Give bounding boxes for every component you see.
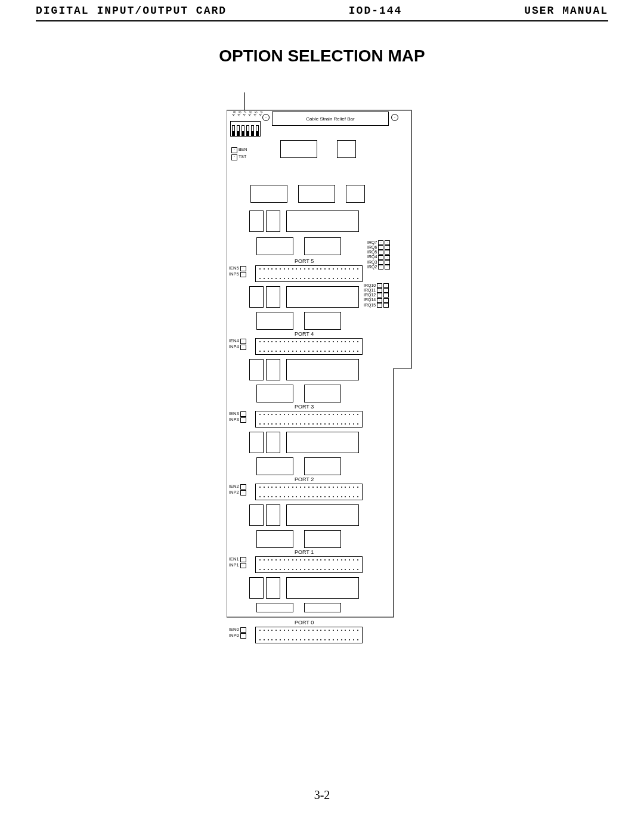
header-center: IOD-144 [349, 5, 402, 17]
ic-square [249, 432, 264, 453]
ic-rect [280, 140, 317, 158]
port-4-ien-inp: IEN4· INP4· [229, 338, 246, 350]
ic-wide [286, 432, 359, 453]
ic-square [266, 286, 280, 308]
port-0-header [255, 627, 363, 643]
port-4-header [255, 338, 363, 355]
ic-square [266, 359, 280, 380]
port-0-label: PORT 0 [295, 620, 314, 625]
screw-icon: ◦ [391, 114, 398, 121]
ic-rect [304, 530, 341, 548]
ic-square [249, 359, 264, 380]
port-5-ien-inp: IEN5· INP5· [229, 265, 246, 277]
cable-strain-relief-bar: Cable Strain Relief Bar [272, 112, 389, 126]
jumper-ben: · [231, 147, 237, 153]
port-2-ien-inp: IEN2· INP2· [229, 484, 246, 496]
ic-rect [304, 457, 341, 475]
ic-rect [256, 312, 293, 330]
ic-rect [337, 140, 356, 158]
ic-square [249, 504, 264, 526]
ic-wide [286, 504, 359, 526]
strain-relief-label: Cable Strain Relief Bar [306, 116, 354, 122]
header-right: USER MANUAL [524, 5, 608, 17]
port-3-header [255, 411, 363, 428]
address-dip-switch [230, 121, 261, 137]
port-1-label: PORT 1 [295, 549, 314, 555]
header-rule [36, 20, 608, 21]
port-1-ien-inp: IEN1· INP1· [229, 556, 246, 568]
port-0-ien-inp: IEN0· INP0· [229, 627, 246, 639]
page: DIGITAL INPUT/OUTPUT CARD IOD-144 USER M… [0, 0, 644, 833]
ic-square [266, 504, 280, 526]
port-3-ien-inp: IEN3· INP3· [229, 411, 246, 423]
ic-rect [256, 237, 293, 255]
ic-rect [304, 603, 341, 612]
ic-rect [256, 385, 293, 402]
port-1-header [255, 556, 363, 573]
ic-rect [256, 457, 293, 475]
ic-wide [286, 359, 359, 380]
ic-square [266, 210, 280, 232]
ic-rect [304, 237, 341, 255]
ic-rect [256, 603, 293, 612]
page-title: OPTION SELECTION MAP [0, 47, 644, 66]
ic-rect [346, 185, 365, 203]
port-5-label: PORT 5 [295, 258, 314, 264]
ic-square [266, 432, 280, 453]
jumper-ben-label: BEN [239, 147, 247, 152]
board-diagram: ◦ Cable Strain Relief Bar ◦ A9 A8 A7 A6 … [227, 92, 429, 717]
ic-rect [256, 530, 293, 548]
ic-wide [286, 286, 359, 308]
port-3-label: PORT 3 [295, 404, 314, 410]
dip-address-labels: A9 A8 A7 A6 A5 A4 [231, 112, 264, 115]
port-2-header [255, 484, 363, 500]
jumper-tst-label: TST [239, 154, 246, 159]
ic-rect [250, 185, 287, 203]
port-4-label: PORT 4 [295, 331, 314, 337]
ic-square [266, 577, 280, 599]
irq-jumper-block-a: IRQ7·· IRQ6·· IRQ5·· IRQ4·· IRQ3·· IRQ2·… [367, 240, 390, 270]
ic-wide [286, 210, 359, 232]
ic-square [249, 577, 264, 599]
ic-wide [286, 577, 359, 599]
irq-jumper-block-b: IRQ10·· IRQ11·· IRQ12·· IRQ14·· IRQ15·· [364, 283, 389, 308]
page-number: 3-2 [0, 788, 644, 802]
jumper-tst: · [231, 154, 237, 160]
ic-square [249, 286, 264, 308]
ic-square [249, 210, 264, 232]
header-left: DIGITAL INPUT/OUTPUT CARD [36, 5, 227, 17]
page-header: DIGITAL INPUT/OUTPUT CARD IOD-144 USER M… [36, 5, 608, 17]
ic-rect [304, 312, 341, 330]
port-2-label: PORT 2 [295, 476, 314, 482]
ic-rect [298, 185, 335, 203]
port-5-header [255, 265, 363, 282]
ic-rect [304, 385, 341, 402]
